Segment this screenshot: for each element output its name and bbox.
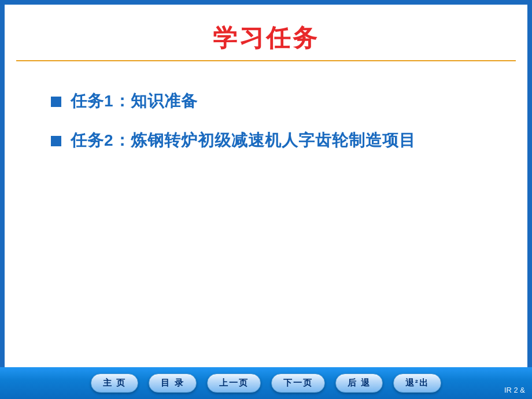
task-item-1: 任务1：知识准备	[51, 90, 481, 112]
task-bullet-2	[51, 136, 61, 146]
task-text-2: 任务2：炼钢转炉初级减速机人字齿轮制造项目	[71, 130, 416, 152]
task-item-2: 任务2：炼钢转炉初级减速机人字齿轮制造项目	[51, 130, 481, 152]
task-bullet-1	[51, 97, 61, 107]
back-button[interactable]: 后 退	[335, 374, 383, 393]
home-button[interactable]: 主 页	[91, 374, 138, 393]
task-text-1: 任务1：知识准备	[71, 90, 198, 112]
slide-header: 学习任务	[16, 5, 516, 61]
slide-content: 任务1：知识准备 任务2：炼钢转炉初级减速机人字齿轮制造项目	[5, 61, 527, 367]
toc-button[interactable]: 目 录	[149, 374, 196, 393]
slide-container: 学习任务 任务1：知识准备 任务2：炼钢转炉初级减速机人字齿轮制造项目 主 页 …	[0, 0, 532, 399]
exit-button[interactable]: 退²出	[393, 374, 441, 393]
next-button[interactable]: 下一页	[271, 374, 325, 393]
corner-label: IR 2 &	[504, 386, 525, 394]
prev-button[interactable]: 上一页	[207, 374, 261, 393]
bottom-bar: 主 页 目 录 上一页 下一页 后 退 退²出 IR 2 &	[0, 367, 532, 399]
slide-inner: 学习任务 任务1：知识准备 任务2：炼钢转炉初级减速机人字齿轮制造项目	[5, 5, 527, 367]
slide-title: 学习任务	[39, 22, 493, 54]
